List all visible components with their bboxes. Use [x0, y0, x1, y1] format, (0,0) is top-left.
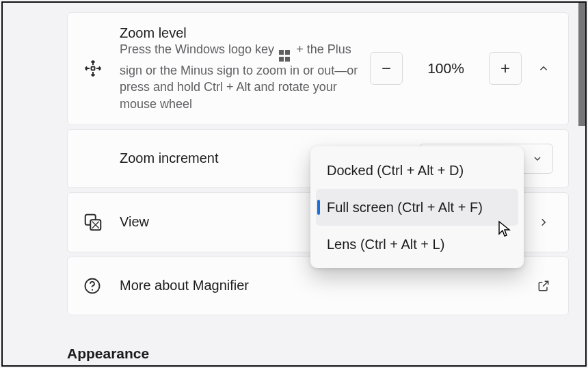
chevron-right-icon	[534, 216, 553, 228]
more-about-magnifier-title: More about Magnifier	[120, 278, 534, 293]
chevron-up-icon[interactable]	[534, 62, 553, 75]
external-link-icon	[534, 279, 553, 293]
zoom-level-description: Press the Windows logo key + the Plus si…	[120, 41, 366, 112]
zoom-value: 100%	[415, 60, 477, 77]
zoom-level-card: Zoom level Press the Windows logo key + …	[67, 12, 569, 125]
view-option-docked[interactable]: Docked (Ctrl + Alt + D)	[316, 152, 518, 189]
scrollbar[interactable]	[578, 3, 585, 126]
view-option-fullscreen-label: Full screen (Ctrl + Alt + F)	[327, 200, 483, 215]
mouse-cursor-icon	[498, 220, 511, 238]
svg-point-4	[92, 289, 93, 291]
view-dropdown-menu: Docked (Ctrl + Alt + D) Full screen (Ctr…	[310, 146, 524, 268]
zoom-level-title: Zoom level	[120, 25, 370, 41]
help-icon	[83, 276, 102, 295]
move-resize-icon	[83, 58, 103, 79]
chevron-down-icon	[532, 153, 543, 164]
zoom-out-button[interactable]: −	[370, 52, 403, 85]
view-option-lens[interactable]: Lens (Ctrl + Alt + L)	[316, 226, 518, 263]
appearance-heading: Appearance	[3, 319, 585, 362]
zoom-desc-before: Press the Windows logo key	[120, 42, 278, 56]
windows-logo-icon	[279, 50, 291, 62]
view-option-fullscreen[interactable]: Full screen (Ctrl + Alt + F)	[316, 189, 518, 226]
view-option-lens-label: Lens (Ctrl + Alt + L)	[327, 237, 444, 252]
svg-rect-0	[92, 67, 95, 70]
zoom-in-button[interactable]: +	[489, 52, 522, 85]
view-icon	[83, 212, 103, 233]
view-option-docked-label: Docked (Ctrl + Alt + D)	[327, 163, 464, 179]
